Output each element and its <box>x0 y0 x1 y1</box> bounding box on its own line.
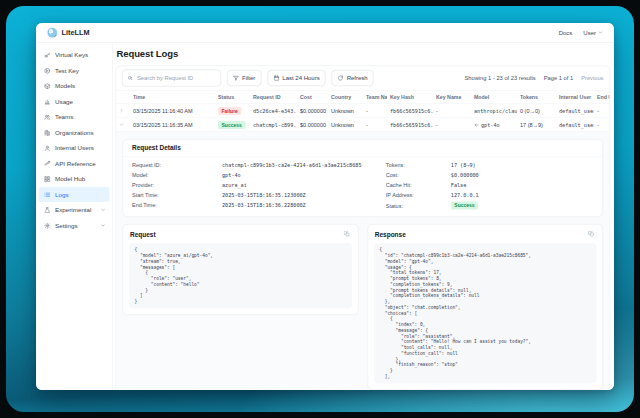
grid-icon <box>44 176 51 183</box>
col-time: Time <box>130 90 215 104</box>
page-indicator: Page 1 of 1 <box>544 75 573 81</box>
request-pane: Request { "model": "azure_ai/gpt-4o", "s… <box>123 224 359 315</box>
sidebar-item-experimental[interactable]: Experimental <box>39 203 110 218</box>
sidebar-item-label: Usage <box>55 98 73 105</box>
cell-tokens: 0 (0→0) <box>517 104 556 118</box>
col-key-hash: Key Hash <box>387 90 433 104</box>
user-menu[interactable]: User <box>583 29 603 36</box>
model-provider-icon <box>474 122 479 127</box>
time-range-button[interactable]: Last 24 Hours <box>267 70 325 86</box>
sidebar-item-teams[interactable]: Teams <box>39 110 110 125</box>
brand: LiteLLM <box>47 27 90 38</box>
logs-card: Filter Last 24 Hours Refresh <box>116 66 611 391</box>
field-value: 127.0.0.1 <box>451 192 479 198</box>
field-value: False <box>451 182 467 188</box>
cell-time: 03/15/2025 11:16:35 AM <box>130 118 215 132</box>
cell-key-hash: fb66c565915c6... <box>387 104 433 118</box>
sidebar-item-logs[interactable]: Logs <box>39 187 110 202</box>
cell-key-name: - <box>433 104 471 118</box>
flask-icon <box>44 207 51 214</box>
table-row[interactable]: 03/15/2025 11:16:40 AM Failure d5c26ce4-… <box>116 104 610 118</box>
sidebar-item-test-key[interactable]: Test Key <box>39 63 110 78</box>
sidebar-item-settings[interactable]: Settings <box>39 218 110 233</box>
copy-request-button[interactable] <box>342 230 351 240</box>
cell-team-name: - <box>363 118 387 132</box>
sidebar-item-organizations[interactable]: Organizations <box>39 125 110 140</box>
search-input[interactable] <box>136 75 216 82</box>
expanded-row-details: Request Details Request ID:chatcmpl-c899… <box>116 132 610 391</box>
cell-cost: $0.000000 <box>297 104 328 118</box>
filter-icon <box>233 75 239 81</box>
sidebar-item-internal-users[interactable]: Internal Users <box>39 141 110 156</box>
cell-time: 03/15/2025 11:16:40 AM <box>130 104 215 118</box>
previous-page-button[interactable]: Previous <box>581 75 603 81</box>
request-details-title: Request Details <box>123 140 603 157</box>
sidebar-item-model-hub[interactable]: Model Hub <box>39 172 110 187</box>
table-row-expanded[interactable]: 03/15/2025 11:16:35 AM Success chatcmpl-… <box>116 118 610 132</box>
field-value: chatcmpl-c899c1b3-ca2e-4214-a6d1-a3ae215… <box>222 162 361 168</box>
cell-key-hash: fb66c565915c6... <box>387 118 433 132</box>
field-label: Status: <box>386 203 451 209</box>
list-icon <box>44 191 51 198</box>
sidebar-item-label: Virtual Keys <box>55 52 88 59</box>
copy-response-button[interactable] <box>587 230 596 240</box>
field-label: End Time: <box>132 202 222 208</box>
filter-button[interactable]: Filter <box>227 70 261 86</box>
copy-icon <box>588 231 595 238</box>
expand-row-icon[interactable] <box>119 108 124 113</box>
cube-icon <box>44 83 51 90</box>
collapse-row-icon[interactable] <box>119 122 124 127</box>
col-country: Country <box>328 90 363 104</box>
status-badge: Success <box>218 121 245 129</box>
chevron-down-icon <box>598 30 603 35</box>
field-value: azure_ai <box>222 182 247 188</box>
col-cost: Cost <box>297 90 328 104</box>
cell-request-id: d5c26ce4-e343... <box>250 104 297 118</box>
top-navbar: LiteLLM Docs User <box>36 23 614 43</box>
wrench-icon <box>44 160 51 167</box>
chevron-down-icon <box>101 223 106 228</box>
refresh-button-label: Refresh <box>347 75 368 82</box>
docs-link[interactable]: Docs <box>559 29 573 36</box>
col-internal-user: Internal User <box>556 90 594 104</box>
field-label: Provider: <box>132 182 222 188</box>
status-badge: Failure <box>218 107 241 115</box>
logs-toolbar: Filter Last 24 Hours Refresh <box>116 66 610 90</box>
table-header-row: Time Status Request ID Cost Country Team… <box>116 90 610 104</box>
field-label: Start Time: <box>132 192 222 198</box>
people-icon <box>44 114 51 121</box>
cell-cost: $0.000000 <box>297 118 328 132</box>
request-details-card: Request Details Request ID:chatcmpl-c899… <box>123 139 604 217</box>
search-box[interactable] <box>122 70 221 87</box>
gear-icon <box>44 222 51 229</box>
logs-table: Time Status Request ID Cost Country Team… <box>116 90 610 132</box>
cell-request-id: chatcmpl-c899... <box>250 118 297 132</box>
chevron-down-icon <box>101 208 106 213</box>
user-menu-label: User <box>583 29 596 36</box>
response-pane: Response { "id": "chatcmpl-c899c1b3-ca2e… <box>367 224 603 390</box>
sidebar-item-models[interactable]: Models <box>39 79 110 94</box>
sidebar-item-label: API Reference <box>55 160 96 167</box>
refresh-icon <box>338 75 344 81</box>
cell-tokens: 17 (8→9) <box>517 118 556 132</box>
col-team-name: Team Name <box>363 90 387 104</box>
sidebar-item-label: Model Hub <box>55 176 85 183</box>
sidebar: Virtual Keys Test Key Models Usage <box>36 43 113 391</box>
field-label: Model: <box>132 172 222 178</box>
filter-button-label: Filter <box>242 75 255 82</box>
litellm-logo-icon <box>47 27 58 38</box>
page-title: Request Logs <box>117 49 611 60</box>
field-value: 2025-03-15T18:16:35.123000Z <box>222 192 306 198</box>
field-value: 2025-03-15T18:16:36.228000Z <box>222 202 306 208</box>
col-request-id: Request ID <box>250 90 297 104</box>
request-pane-title: Request <box>130 231 156 239</box>
sidebar-item-virtual-keys[interactable]: Virtual Keys <box>39 48 110 63</box>
brand-name: LiteLLM <box>62 29 90 37</box>
field-label: IP Address: <box>386 192 451 198</box>
sidebar-item-api-reference[interactable]: API Reference <box>39 156 110 171</box>
field-value: 17 (8→9) <box>451 162 476 168</box>
col-status: Status <box>215 90 250 104</box>
col-model: Model <box>471 90 517 104</box>
refresh-button[interactable]: Refresh <box>332 70 374 86</box>
sidebar-item-usage[interactable]: Usage <box>39 94 110 109</box>
